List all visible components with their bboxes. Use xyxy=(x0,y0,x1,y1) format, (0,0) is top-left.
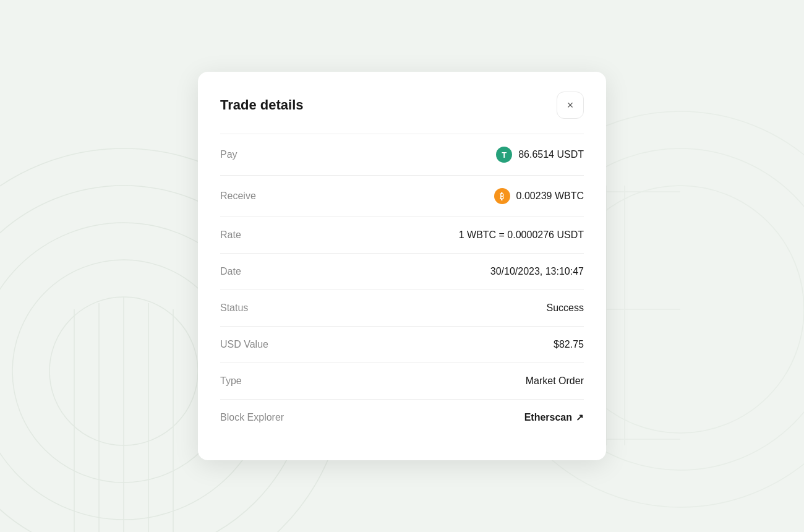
rate-value: 1 WBTC = 0.0000276 USDT xyxy=(459,230,584,241)
receive-value: ₿ 0.00239 WBTC xyxy=(494,188,584,204)
type-value: Market Order xyxy=(526,375,584,387)
trade-details-modal: Trade details × Pay T 86.6514 USDT Recei… xyxy=(198,72,606,460)
usd-value-value: $82.75 xyxy=(554,339,584,350)
date-row: Date 30/10/2023, 13:10:47 xyxy=(220,254,584,290)
modal-header: Trade details × xyxy=(220,92,584,119)
pay-row: Pay T 86.6514 USDT xyxy=(220,134,584,176)
external-link-icon: ↗ xyxy=(576,412,584,423)
status-label: Status xyxy=(220,302,248,314)
modal-overlay: Trade details × Pay T 86.6514 USDT Recei… xyxy=(0,0,804,532)
date-value: 30/10/2023, 13:10:47 xyxy=(490,266,584,277)
rate-label: Rate xyxy=(220,230,241,241)
usd-value-row: USD Value $82.75 xyxy=(220,327,584,363)
status-value: Success xyxy=(547,302,584,314)
block-explorer-row: Block Explorer Etherscan ↗ xyxy=(220,400,584,435)
etherscan-label: Etherscan xyxy=(524,412,572,423)
type-label: Type xyxy=(220,375,242,387)
pay-value: T 86.6514 USDT xyxy=(496,147,584,163)
status-row: Status Success xyxy=(220,290,584,327)
wbtc-icon: ₿ xyxy=(494,188,510,204)
receive-row: Receive ₿ 0.00239 WBTC xyxy=(220,176,584,217)
rate-row: Rate 1 WBTC = 0.0000276 USDT xyxy=(220,217,584,254)
usdt-icon: T xyxy=(496,147,512,163)
close-button[interactable]: × xyxy=(557,92,584,119)
pay-label: Pay xyxy=(220,149,237,160)
receive-label: Receive xyxy=(220,191,256,202)
block-explorer-label: Block Explorer xyxy=(220,412,284,423)
modal-title: Trade details xyxy=(220,97,304,113)
usd-value-label: USD Value xyxy=(220,339,268,350)
date-label: Date xyxy=(220,266,241,277)
etherscan-link[interactable]: Etherscan ↗ xyxy=(524,412,584,423)
type-row: Type Market Order xyxy=(220,363,584,400)
